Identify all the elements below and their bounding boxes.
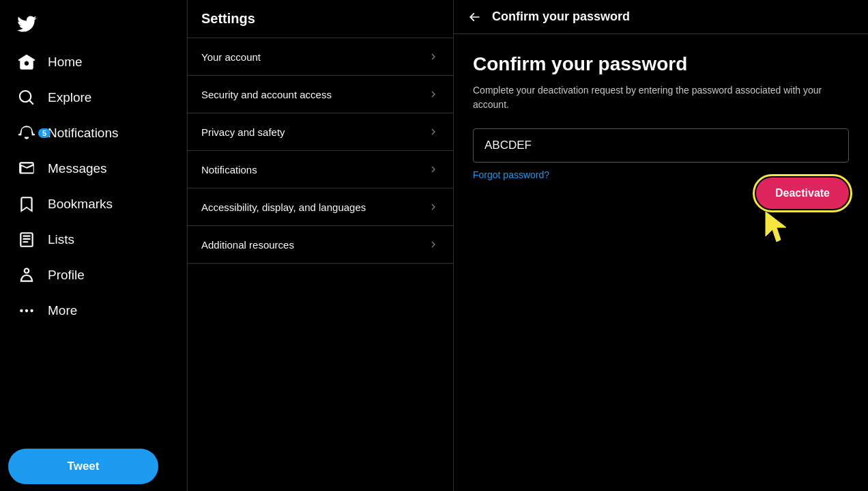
chevron-right-icon — [427, 126, 439, 138]
deactivate-area: Deactivate — [756, 178, 849, 209]
settings-title: Settings — [201, 11, 255, 26]
settings-item-accessibility[interactable]: Accessibility, display, and languages — [188, 188, 453, 226]
chevron-right-icon — [427, 163, 439, 176]
settings-item-security[interactable]: Security and account access — [188, 76, 453, 113]
sidebar-item-explore-label: Explore — [48, 90, 91, 105]
settings-item-your-account[interactable]: Your account — [188, 38, 453, 76]
messages-icon — [18, 160, 35, 178]
home-icon — [18, 53, 35, 71]
sidebar-item-more[interactable]: More — [8, 294, 179, 328]
password-input-wrapper[interactable] — [473, 128, 849, 163]
sidebar-item-bookmarks-label: Bookmarks — [48, 197, 113, 212]
chevron-right-icon — [427, 88, 439, 100]
settings-item-additional-resources[interactable]: Additional resources — [188, 226, 453, 264]
right-panel-content: Confirm your password Complete your deac… — [454, 34, 868, 200]
confirm-password-description: Complete your deactivation request by en… — [473, 83, 828, 112]
twitter-bird-icon — [16, 14, 37, 34]
sidebar-item-lists-label: Lists — [48, 232, 74, 247]
settings-header: Settings — [188, 0, 453, 38]
bookmarks-icon — [18, 195, 35, 213]
notifications-badge: 5 — [38, 128, 50, 138]
settings-item-security-label: Security and account access — [201, 89, 332, 100]
settings-list: Your account Security and account access… — [188, 38, 453, 264]
settings-panel: Settings Your account Security and accou… — [188, 0, 454, 491]
settings-item-notifications[interactable]: Notifications — [188, 151, 453, 188]
sidebar-item-notifications-label: Notifications — [48, 126, 119, 141]
cursor-annotation — [763, 209, 792, 244]
forgot-password-link[interactable]: Forgot password? — [473, 169, 549, 180]
right-panel-header-title: Confirm your password — [492, 10, 630, 24]
deactivate-button[interactable]: Deactivate — [756, 178, 849, 209]
sidebar-item-messages-label: Messages — [48, 161, 107, 176]
settings-item-additional-resources-label: Additional resources — [201, 239, 294, 251]
sidebar-item-notifications[interactable]: 5 Notifications — [8, 116, 179, 150]
explore-icon — [18, 89, 35, 107]
sidebar-item-lists[interactable]: Lists — [8, 223, 179, 257]
svg-marker-0 — [766, 212, 786, 242]
settings-item-accessibility-label: Accessibility, display, and languages — [201, 201, 366, 213]
settings-item-your-account-label: Your account — [201, 51, 261, 63]
chevron-right-icon — [427, 238, 439, 251]
lists-icon — [18, 231, 35, 249]
sidebar-item-explore[interactable]: Explore — [8, 81, 179, 115]
sidebar-item-profile[interactable]: Profile — [8, 258, 179, 292]
password-input[interactable] — [484, 139, 837, 152]
tweet-button[interactable]: Tweet — [8, 449, 158, 484]
chevron-right-icon — [427, 201, 439, 213]
sidebar-item-messages[interactable]: Messages — [8, 152, 179, 186]
sidebar-nav: Home Explore 5 Notifications Messages — [8, 45, 179, 438]
chevron-right-icon — [427, 51, 439, 63]
sidebar-item-home[interactable]: Home — [8, 45, 179, 79]
sidebar: Home Explore 5 Notifications Messages — [0, 0, 188, 491]
more-icon — [18, 302, 35, 320]
right-panel-header: Confirm your password — [454, 0, 868, 34]
sidebar-item-bookmarks[interactable]: Bookmarks — [8, 187, 179, 221]
back-arrow-icon[interactable] — [467, 10, 481, 24]
sidebar-item-profile-label: Profile — [48, 268, 85, 283]
sidebar-item-more-label: More — [48, 303, 77, 318]
settings-item-privacy[interactable]: Privacy and safety — [188, 113, 453, 151]
notifications-icon: 5 — [18, 124, 35, 142]
profile-icon — [18, 266, 35, 284]
settings-item-privacy-label: Privacy and safety — [201, 126, 285, 138]
confirm-password-title: Confirm your password — [473, 53, 849, 75]
settings-item-notifications-label: Notifications — [201, 164, 257, 176]
sidebar-item-home-label: Home — [48, 55, 83, 70]
right-panel: Confirm your password Confirm your passw… — [454, 0, 868, 491]
twitter-logo[interactable] — [8, 7, 179, 41]
